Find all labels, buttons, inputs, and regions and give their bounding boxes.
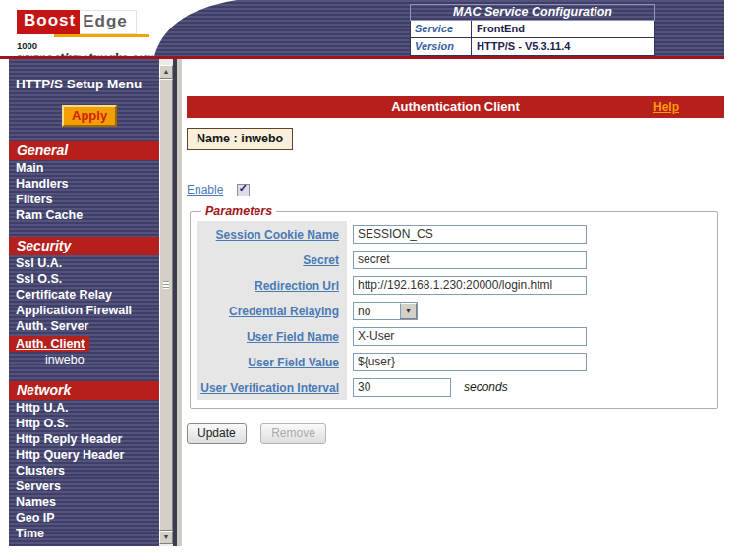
session-cookie-name-label: Session Cookie Name [197, 221, 347, 247]
field-row-user-verification-interval: User Verification Interval seconds [191, 374, 717, 400]
sidebar-section-security: Security [9, 237, 159, 255]
version-row: Version HTTP/S - V5.3.11.4 [410, 38, 655, 56]
field-row-user-field-name: User Field Name [191, 323, 717, 349]
field-row-secret: Secret [191, 247, 717, 272]
page-title: Authentication Client [187, 96, 724, 118]
sidebar-item-application-firewall[interactable]: Application Firewall [9, 303, 159, 318]
client-name-box: Name : inwebo [187, 128, 293, 150]
sidebar-item-http-ua[interactable]: Http U.A. [9, 400, 159, 416]
brand-logo-primary: Boost [17, 10, 80, 34]
sidebar-item-names[interactable]: Names [9, 494, 159, 510]
field-row-session-cookie-name: Session Cookie Name [191, 221, 717, 247]
sidebar-item-time[interactable]: Time [9, 526, 159, 541]
sidebar-item-ssl-os[interactable]: Ssl O.S. [9, 271, 159, 287]
sidebar-item-inwebo[interactable]: inwebo [9, 352, 159, 367]
field-row-user-field-value: User Field Value [191, 349, 717, 374]
brand-logo: BoostEdge 1000 www.activnetworks.com [17, 10, 154, 63]
sidebar-item-servers[interactable]: Servers [9, 478, 159, 494]
sidebar-item-geo-ip[interactable]: Geo IP [9, 510, 159, 526]
update-button[interactable]: Update [187, 423, 247, 444]
scroll-up-icon[interactable]: ▲ [159, 65, 173, 79]
remove-button[interactable]: Remove [260, 423, 326, 444]
chevron-down-icon[interactable]: ▼ [400, 303, 417, 319]
scroll-down-icon[interactable]: ▼ [159, 531, 173, 544]
user-field-value-input[interactable] [353, 353, 587, 371]
brand-logo-secondary: Edge [80, 10, 137, 34]
sidebar-section-general: General [9, 141, 159, 160]
parameters-legend: Parameters [201, 204, 276, 218]
version-value: HTTP/S - V5.3.11.4 [472, 38, 654, 55]
redirection-url-label: Redirection Url [197, 272, 347, 298]
redirection-url-input[interactable] [353, 276, 587, 295]
help-link[interactable]: Help [653, 100, 679, 114]
logo-model-number: 1000 [17, 40, 154, 51]
sidebar-item-http-reply-header[interactable]: Http Reply Header [9, 431, 159, 447]
sidebar-item-auth-client[interactable]: Auth. Client [9, 336, 89, 352]
sidebar-item-http-os[interactable]: Http O.S. [9, 416, 159, 431]
page-title-bar: Authentication Client Help [187, 96, 724, 118]
sidebar-item-main[interactable]: Main [9, 160, 159, 176]
service-label: Service [411, 21, 472, 37]
sidebar-item-ram-cache[interactable]: Ram Cache [9, 207, 159, 223]
service-configuration-title: MAC Service Configuration [410, 4, 655, 21]
parameters-fieldset: Parameters Session Cookie Name Secret [190, 204, 718, 409]
user-verification-interval-label: User Verification Interval [197, 374, 347, 400]
service-configuration-panel: MAC Service Configuration Service FrontE… [410, 4, 655, 56]
user-field-value-label: User Field Value [197, 349, 347, 374]
app-header: BoostEdge 1000 www.activnetworks.com MAC… [9, 0, 724, 56]
form-buttons: Update Remove [187, 423, 326, 444]
service-row: Service FrontEnd [410, 21, 655, 38]
sidebar-section-network: Network [9, 381, 159, 400]
app-window: BoostEdge 1000 www.activnetworks.com MAC… [0, 0, 737, 560]
main-content: Authentication Client Help Name : inwebo… [182, 59, 724, 546]
secret-input[interactable] [353, 251, 587, 269]
sidebar-item-auth-server[interactable]: Auth. Server [9, 318, 159, 334]
header-divider [0, 56, 724, 59]
credential-relaying-select[interactable]: no ▼ [353, 302, 418, 320]
apply-button[interactable]: Apply [62, 105, 117, 127]
user-field-name-label: User Field Name [197, 323, 347, 349]
service-value: FrontEnd [472, 21, 654, 37]
credential-relaying-label: Credential Relaying [197, 298, 347, 323]
enable-row: Enable ✓ [187, 180, 250, 197]
check-icon: ✓ [239, 182, 248, 195]
user-verification-interval-input[interactable] [353, 378, 451, 397]
seconds-suffix: seconds [464, 380, 508, 394]
session-cookie-name-input[interactable] [353, 225, 587, 244]
secret-label: Secret [197, 247, 347, 272]
sidebar-item-clusters[interactable]: Clusters [9, 463, 159, 478]
sidebar-item-handlers[interactable]: Handlers [9, 176, 159, 192]
field-row-redirection-url: Redirection Url [191, 272, 717, 298]
logo-underline [54, 34, 149, 37]
sidebar: HTTP/S Setup Menu Apply General Main Han… [9, 59, 173, 546]
scrollbar-thumb[interactable] [159, 79, 173, 531]
sidebar-title: HTTP/S Setup Menu [9, 59, 159, 91]
enable-checkbox[interactable]: ✓ [237, 184, 250, 196]
version-label: Version [411, 38, 472, 55]
sidebar-item-filters[interactable]: Filters [9, 192, 159, 207]
frame-divider [173, 59, 182, 546]
sidebar-item-http-query-header[interactable]: Http Query Header [9, 447, 159, 463]
field-row-credential-relaying: Credential Relaying no ▼ [191, 298, 717, 323]
user-field-name-input[interactable] [353, 327, 587, 346]
sidebar-item-certificate-relay[interactable]: Certificate Relay [9, 287, 159, 303]
sidebar-item-ssl-ua[interactable]: Ssl U.A. [9, 255, 159, 271]
sidebar-scrollbar[interactable]: ▲ ▼ [159, 59, 173, 546]
enable-link[interactable]: Enable [187, 183, 223, 196]
